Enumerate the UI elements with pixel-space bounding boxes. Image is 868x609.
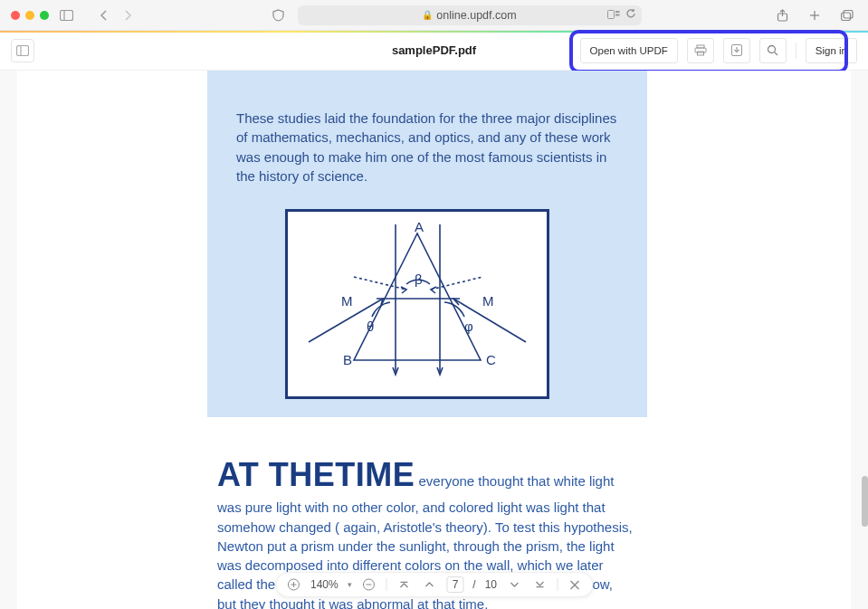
article-headline: AT THETIME <box>217 456 415 493</box>
svg-rect-2 <box>607 10 614 18</box>
document-title: samplePDF.pdf <box>392 43 476 57</box>
svg-rect-10 <box>844 10 853 18</box>
diagram-label-phi: φ <box>464 319 473 334</box>
current-page[interactable]: 7 <box>447 576 464 593</box>
window-controls <box>11 11 49 20</box>
share-icon[interactable] <box>772 5 792 25</box>
window-zoom-button[interactable] <box>40 11 49 20</box>
last-page-button[interactable] <box>531 576 548 593</box>
diagram-label-a: A <box>415 219 424 234</box>
address-bar[interactable]: 🔒 online.updf.com <box>298 5 642 25</box>
zoom-out-button[interactable] <box>361 576 377 593</box>
next-page-button[interactable] <box>506 576 522 593</box>
back-button[interactable] <box>94 5 114 25</box>
svg-line-26 <box>354 277 406 290</box>
forward-button[interactable] <box>118 5 138 25</box>
window-close-button[interactable] <box>11 11 20 20</box>
bar-separator <box>557 578 558 591</box>
sidebar-toggle-button[interactable] <box>11 39 34 62</box>
zoom-dropdown-icon[interactable]: ▾ <box>348 580 352 589</box>
lock-icon: 🔒 <box>422 10 433 20</box>
svg-line-27 <box>431 277 482 290</box>
prev-page-button[interactable] <box>422 576 438 593</box>
prism-diagram: A B C M M θ β φ <box>285 209 549 399</box>
first-page-button[interactable] <box>396 576 413 593</box>
viewer-toolbar: samplePDF.pdf Open with UPDF Sign in <box>0 31 868 71</box>
diagram-label-theta: θ <box>367 319 374 334</box>
svg-marker-20 <box>354 233 481 360</box>
svg-rect-9 <box>842 13 851 21</box>
toolbar-divider <box>796 43 796 59</box>
window-minimize-button[interactable] <box>25 11 34 20</box>
zoom-level: 140% <box>310 578 339 591</box>
reader-icon[interactable] <box>607 9 620 22</box>
pdf-page: These studies laid the foundation for th… <box>207 71 647 609</box>
progress-rainbow <box>0 31 868 33</box>
tabs-icon[interactable] <box>837 5 857 25</box>
download-button[interactable] <box>723 38 750 63</box>
new-tab-icon[interactable] <box>805 5 825 25</box>
browser-toolbar: 🔒 online.updf.com <box>0 0 868 31</box>
page-sep: / <box>472 578 475 591</box>
diagram-label-m-left: M <box>341 293 353 309</box>
open-with-updf-button[interactable]: Open with UPDF <box>580 38 678 63</box>
svg-rect-4 <box>615 14 620 15</box>
highlight-panel: These studies laid the foundation for th… <box>207 71 647 417</box>
blue-paragraph: These studies laid the foundation for th… <box>236 109 618 186</box>
zoom-in-button[interactable] <box>285 576 301 593</box>
print-button[interactable] <box>687 38 714 63</box>
svg-rect-11 <box>17 45 29 55</box>
svg-rect-3 <box>615 11 620 13</box>
bar-separator <box>386 578 387 591</box>
svg-rect-0 <box>60 10 72 20</box>
scrollbar-thumb[interactable] <box>862 476 868 527</box>
svg-line-19 <box>775 52 778 56</box>
signin-button[interactable]: Sign in <box>806 38 857 63</box>
diagram-label-m-right: M <box>482 293 494 309</box>
shield-icon[interactable] <box>269 5 289 25</box>
page-control-bar: 140% ▾ 7 / 10 <box>275 572 593 597</box>
diagram-label-beta: β <box>415 271 423 287</box>
document-viewport[interactable]: These studies laid the foundation for th… <box>0 71 868 609</box>
sidebar-panel-icon[interactable] <box>56 5 76 25</box>
close-bar-button[interactable] <box>567 576 583 593</box>
diagram-label-c: C <box>486 352 496 367</box>
svg-point-18 <box>768 46 776 53</box>
url-host: online.updf.com <box>436 9 516 22</box>
total-pages: 10 <box>485 578 497 591</box>
diagram-label-b: B <box>343 352 352 367</box>
search-button[interactable] <box>759 38 787 63</box>
reload-icon[interactable] <box>625 8 636 22</box>
